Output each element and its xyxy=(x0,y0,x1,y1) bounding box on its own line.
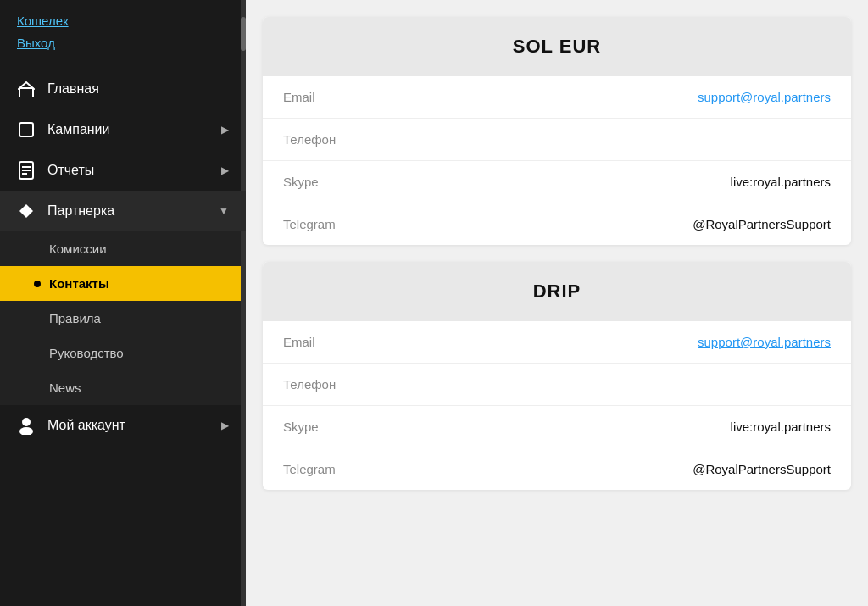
telegram-value-1: @RoyalPartnersSupport xyxy=(693,217,831,231)
person-icon xyxy=(17,416,36,435)
sidebar-item-contacts[interactable]: Контакты xyxy=(0,266,246,301)
reports-icon xyxy=(17,161,36,180)
bullet-icon xyxy=(34,246,41,253)
sidebar-item-guide-label: Руководство xyxy=(49,346,124,360)
partnerka-submenu: Комиссии Контакты Правила Руководство Ne… xyxy=(0,231,246,405)
sidebar-item-home[interactable]: Главная xyxy=(0,69,246,109)
bullet-icon-2 xyxy=(34,315,41,322)
contact-row-phone-2: Телефон xyxy=(263,364,851,406)
svg-point-8 xyxy=(19,427,33,435)
bullet-active-icon xyxy=(34,281,41,287)
email-label-2: Email xyxy=(283,335,315,349)
sidebar-item-account[interactable]: Мой аккаунт ▶ xyxy=(0,405,246,446)
contact-card-drip: DRIP Email support@royal.partners Телефо… xyxy=(263,262,851,490)
sidebar: Кошелек Выход Главная Кампании ▶ xyxy=(0,0,246,606)
skype-value-2: live:royal.partners xyxy=(731,420,831,434)
svg-point-7 xyxy=(22,418,31,426)
diamond-icon xyxy=(17,202,36,220)
telegram-label-2: Telegram xyxy=(283,462,336,476)
contact-row-email-2: Email support@royal.partners xyxy=(263,321,851,364)
contact-row-telegram-1: Telegram @RoyalPartnersSupport xyxy=(263,203,851,245)
svg-rect-0 xyxy=(19,88,33,97)
card-title-sol-eur: SOL EUR xyxy=(263,17,851,76)
campaigns-icon xyxy=(17,120,36,139)
sidebar-item-reports[interactable]: Отчеты ▶ xyxy=(0,150,246,191)
sidebar-item-campaigns-label: Кампании xyxy=(47,122,110,137)
card-body-sol-eur: Email support@royal.partners Телефон Sky… xyxy=(263,76,851,245)
wallet-link[interactable]: Кошелек xyxy=(17,10,229,32)
sidebar-item-guide[interactable]: Руководство xyxy=(0,336,246,370)
telegram-label-1: Telegram xyxy=(283,217,336,231)
phone-label-2: Телефон xyxy=(283,377,336,392)
contact-row-telegram-2: Telegram @RoyalPartnersSupport xyxy=(263,448,851,490)
phone-label-1: Телефон xyxy=(283,132,336,147)
logout-link[interactable]: Выход xyxy=(17,32,229,54)
card-body-drip: Email support@royal.partners Телефон Sky… xyxy=(263,321,851,490)
contact-row-email-1: Email support@royal.partners xyxy=(263,76,851,119)
chevron-down-icon: ▼ xyxy=(219,205,229,217)
sidebar-nav: Главная Кампании ▶ Отчеты xyxy=(0,69,246,606)
sidebar-item-partnerka-label: Партнерка xyxy=(47,203,114,219)
sidebar-item-news[interactable]: News xyxy=(0,370,246,405)
email-label-1: Email xyxy=(283,90,315,104)
chevron-right-icon: ▶ xyxy=(221,124,229,136)
email-value-2[interactable]: support@royal.partners xyxy=(698,335,831,349)
contact-row-skype-2: Skype live:royal.partners xyxy=(263,406,851,448)
skype-value-1: live:royal.partners xyxy=(731,175,831,189)
telegram-value-2: @RoyalPartnersSupport xyxy=(693,462,831,476)
sidebar-item-account-label: Мой аккаунт xyxy=(47,418,125,433)
sidebar-item-partnerka[interactable]: Партнерка ▼ xyxy=(0,191,246,231)
contact-row-skype-1: Skype live:royal.partners xyxy=(263,161,851,203)
chevron-right-icon-account: ▶ xyxy=(221,420,229,431)
sidebar-item-rules[interactable]: Правила xyxy=(0,301,246,336)
email-value-1[interactable]: support@royal.partners xyxy=(698,90,831,104)
sidebar-item-campaigns[interactable]: Кампании ▶ xyxy=(0,109,246,150)
sidebar-item-commissions[interactable]: Комиссии xyxy=(0,231,246,266)
sidebar-item-rules-label: Правила xyxy=(49,311,101,325)
sidebar-item-reports-label: Отчеты xyxy=(47,163,94,178)
bullet-icon-4 xyxy=(34,385,41,392)
top-links: Кошелек Выход xyxy=(0,0,246,60)
chevron-right-icon-2: ▶ xyxy=(221,164,229,176)
sidebar-item-commissions-label: Комиссии xyxy=(49,242,107,256)
contact-row-phone-1: Телефон xyxy=(263,119,851,161)
skype-label-1: Skype xyxy=(283,175,319,189)
svg-rect-1 xyxy=(19,123,33,136)
main-content: SOL EUR Email support@royal.partners Тел… xyxy=(246,0,868,606)
bullet-icon-3 xyxy=(34,350,41,357)
sidebar-item-contacts-label: Контакты xyxy=(49,276,109,291)
home-icon xyxy=(17,80,36,98)
sidebar-item-home-label: Главная xyxy=(47,81,99,97)
contact-card-sol-eur: SOL EUR Email support@royal.partners Тел… xyxy=(263,17,851,245)
svg-marker-6 xyxy=(19,204,33,218)
card-title-drip: DRIP xyxy=(263,262,851,321)
skype-label-2: Skype xyxy=(283,420,319,434)
sidebar-item-news-label: News xyxy=(49,381,81,395)
